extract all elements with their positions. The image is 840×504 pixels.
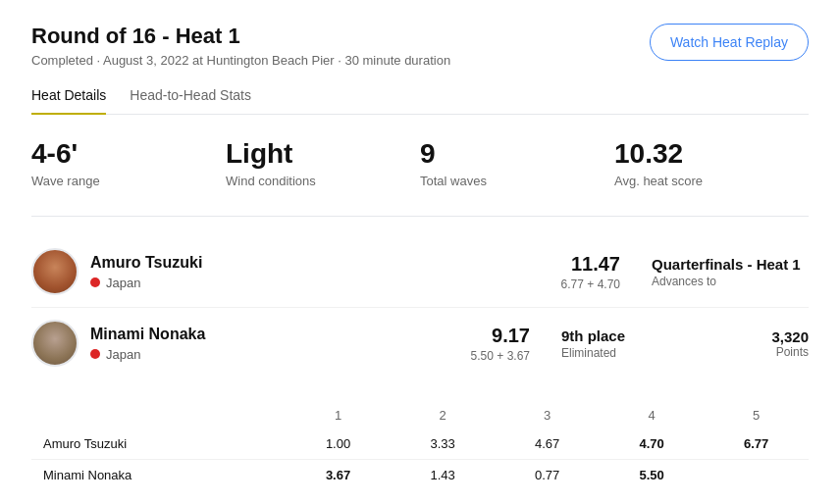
wave-3-amuro: 4.67 [495, 428, 600, 460]
wave-scores-minami: 5.50 + 3.67 [451, 349, 530, 363]
athlete-result-amuro: Quarterfinals - Heat 1 Advances to [652, 256, 809, 288]
athlete-info-minami: Minami Nonaka Japan [90, 326, 247, 362]
header-left: Round of 16 - Heat 1 Completed · August … [31, 24, 450, 68]
points-value-minami: 3,320 [750, 328, 809, 345]
total-score-amuro: 11.47 [542, 253, 620, 276]
wave-3-minami: 0.77 [495, 460, 600, 491]
avatar-amuro [31, 248, 79, 295]
wave-1-minami: 3.67 [286, 460, 391, 491]
athlete-result-minami: 9th place Eliminated [561, 328, 718, 360]
tabs-container: Heat Details Head-to-Head Stats [31, 87, 809, 115]
wave-4-amuro: 4.70 [600, 428, 705, 460]
wave-5-minami [704, 460, 809, 491]
athlete-country-minami: Japan [90, 347, 247, 362]
col-header-4: 4 [600, 402, 705, 428]
wave-2-minami: 1.43 [391, 460, 496, 491]
wave-scores-amuro: 6.77 + 4.70 [542, 277, 620, 291]
athlete-points-minami: 3,320 Points [750, 328, 809, 359]
col-header-athlete [31, 402, 286, 428]
stat-wave-range: 4-6' Wave range [31, 138, 226, 188]
wave-1-amuro: 1.00 [286, 428, 391, 460]
wave-4-minami: 5.50 [600, 460, 705, 491]
page-title: Round of 16 - Heat 1 [31, 24, 450, 49]
col-header-2: 2 [391, 402, 496, 428]
row-athlete-amuro: Amuro Tsuzuki [31, 428, 286, 460]
col-header-1: 1 [286, 402, 391, 428]
total-score-minami: 9.17 [451, 325, 530, 347]
table-row: Amuro Tsuzuki 1.00 3.33 4.67 4.70 6.77 [31, 428, 809, 460]
result-label-amuro: Advances to [652, 275, 809, 288]
wave-5-amuro: 6.77 [704, 428, 809, 460]
row-athlete-minami: Minami Nonaka [31, 460, 286, 491]
stat-value-avg-score: 10.32 [614, 138, 809, 170]
stat-label-avg-score: Avg. heat score [614, 174, 809, 188]
col-header-5: 5 [704, 402, 809, 428]
athlete-info-amuro: Amuro Tsuzuki Japan [90, 254, 247, 290]
table-row: Minami Nonaka 3.67 1.43 0.77 5.50 [31, 460, 809, 491]
stat-wind: Light Wind conditions [226, 138, 420, 188]
stat-label-wave-range: Wave range [31, 174, 226, 188]
athlete-row-amuro: Amuro Tsuzuki Japan 11.47 6.77 + 4.70 Qu… [31, 236, 809, 308]
divider [31, 216, 809, 217]
avatar-minami [31, 320, 79, 367]
country-label-minami: Japan [106, 347, 140, 362]
tab-head-to-head[interactable]: Head-to-Head Stats [130, 87, 251, 115]
points-label-minami: Points [750, 345, 809, 359]
result-title-amuro: Quarterfinals - Heat 1 [652, 256, 809, 273]
wave-table-header-row: 1 2 3 4 5 [31, 402, 809, 428]
wave-2-amuro: 3.33 [391, 428, 496, 460]
athlete-name-minami: Minami Nonaka [90, 326, 247, 343]
stat-value-wave-range: 4-6' [31, 138, 226, 170]
flag-japan-minami [90, 349, 100, 359]
result-label-minami: Eliminated [561, 346, 718, 360]
athlete-scores-amuro: 11.47 6.77 + 4.70 [542, 253, 620, 291]
flag-japan-amuro [90, 277, 100, 287]
stat-label-total-waves: Total waves [420, 174, 614, 188]
stat-value-total-waves: 9 [420, 138, 614, 170]
stats-row: 4-6' Wave range Light Wind conditions 9 … [31, 138, 809, 188]
tab-heat-details[interactable]: Heat Details [31, 87, 106, 115]
stat-label-wind: Wind conditions [226, 174, 420, 188]
result-title-minami: 9th place [561, 328, 718, 344]
athlete-scores-minami: 9.17 5.50 + 3.67 [451, 325, 530, 363]
stat-total-waves: 9 Total waves [420, 138, 614, 188]
page-header: Round of 16 - Heat 1 Completed · August … [31, 24, 809, 68]
wave-table: 1 2 3 4 5 Amuro Tsuzuki 1.00 3.33 4.67 4… [31, 402, 809, 490]
stat-avg-score: 10.32 Avg. heat score [614, 138, 809, 188]
col-header-3: 3 [495, 402, 600, 428]
header-subtitle: Completed · August 3, 2022 at Huntington… [31, 53, 450, 68]
athletes-list: Amuro Tsuzuki Japan 11.47 6.77 + 4.70 Qu… [31, 236, 809, 378]
stat-value-wind: Light [226, 138, 420, 170]
athlete-name-amuro: Amuro Tsuzuki [90, 254, 247, 272]
watch-replay-button[interactable]: Watch Heat Replay [650, 24, 809, 61]
athlete-row-minami: Minami Nonaka Japan 9.17 5.50 + 3.67 9th… [31, 308, 809, 378]
athlete-country-amuro: Japan [90, 276, 247, 290]
country-label-amuro: Japan [106, 276, 140, 290]
